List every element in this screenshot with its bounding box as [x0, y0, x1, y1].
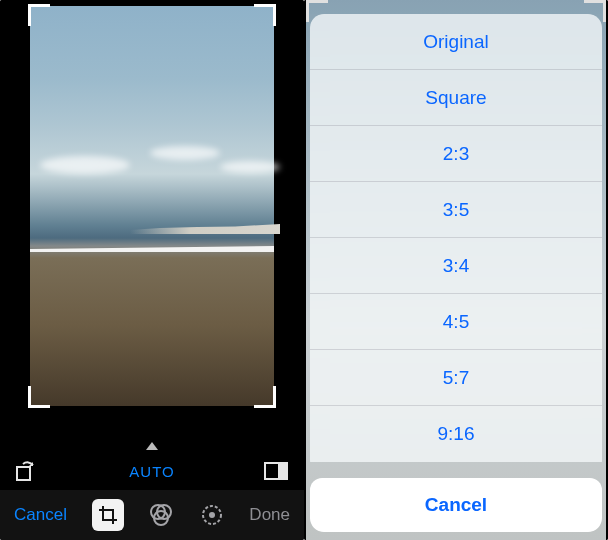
photo-preview[interactable]	[30, 6, 274, 406]
svg-rect-2	[278, 463, 287, 479]
done-button[interactable]: Done	[249, 505, 290, 525]
svg-rect-0	[17, 467, 30, 480]
crop-handle-br[interactable]	[254, 386, 276, 408]
svg-point-7	[209, 512, 215, 518]
crop-handle-tl[interactable]	[28, 4, 50, 26]
dial-indicator-icon	[146, 442, 158, 450]
sheet-cancel-button[interactable]: Cancel	[310, 478, 602, 532]
crop-icon	[98, 505, 118, 525]
filters-tab[interactable]	[148, 503, 174, 527]
aspect-option[interactable]: 5:7	[310, 350, 602, 406]
crop-handle-bl[interactable]	[28, 386, 50, 408]
aspect-option[interactable]: 9:16	[310, 406, 602, 462]
action-sheet: OriginalSquare2:33:53:44:55:79:16 Cancel	[310, 14, 602, 532]
aspect-sheet-pane: OriginalSquare2:33:53:44:55:79:16 Cancel	[304, 0, 608, 540]
editor-pane: -30-20-100102030 AUTO	[0, 0, 304, 540]
aspect-option[interactable]: 3:4	[310, 238, 602, 294]
bottom-toolbar: Cancel	[0, 490, 304, 540]
aspect-option[interactable]: 2:3	[310, 126, 602, 182]
aspect-option[interactable]: 3:5	[310, 182, 602, 238]
rotate-icon[interactable]	[16, 460, 40, 482]
aspect-option[interactable]: Square	[310, 70, 602, 126]
auto-button[interactable]: AUTO	[129, 463, 174, 480]
aspect-options-list: OriginalSquare2:33:53:44:55:79:16	[310, 14, 602, 462]
photo-area[interactable]: -30-20-100102030	[0, 0, 304, 420]
adjust-icon	[199, 502, 225, 528]
filters-icon	[148, 503, 174, 527]
adjust-tab[interactable]	[199, 502, 225, 528]
crop-tab[interactable]	[92, 499, 124, 531]
aspect-ratio-icon[interactable]	[264, 462, 288, 480]
aspect-option[interactable]: 4:5	[310, 294, 602, 350]
crop-handle-tr[interactable]	[254, 4, 276, 26]
cancel-button[interactable]: Cancel	[14, 505, 67, 525]
mid-toolbar: AUTO	[0, 454, 304, 488]
aspect-option[interactable]: Original	[310, 14, 602, 70]
